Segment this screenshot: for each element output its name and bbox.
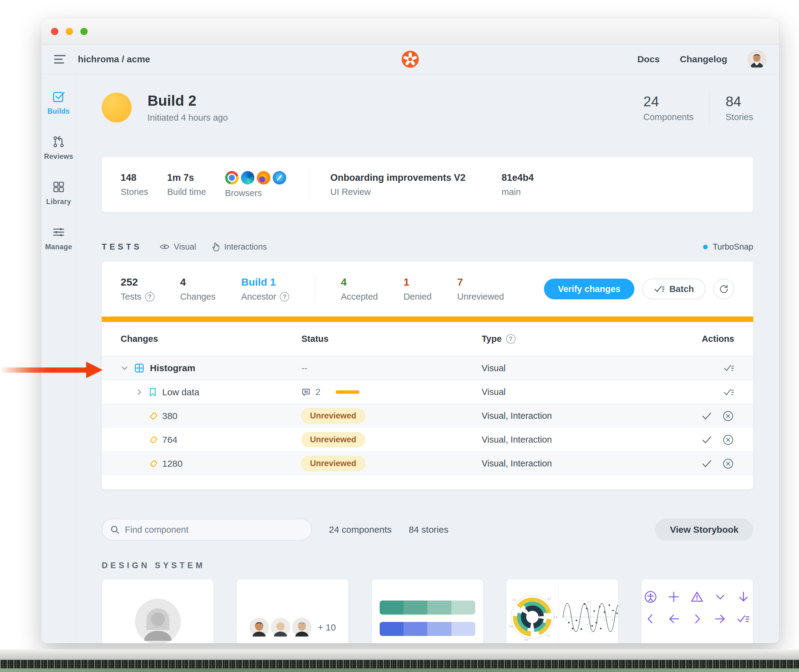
accessibility-icon [644, 590, 657, 603]
changelog-link[interactable]: Changelog [680, 54, 727, 64]
turbosnap-indicator[interactable]: TurboSnap [703, 242, 753, 252]
avatar [249, 618, 269, 637]
breadcrumb[interactable]: hichroma / acme [78, 54, 150, 64]
builds-icon [52, 90, 66, 103]
accept-icon[interactable] [702, 436, 712, 444]
tests-count-stat: 252 Tests? [121, 276, 155, 302]
component-thumbnail-avatar-list[interactable]: + 10 [237, 579, 348, 643]
help-icon[interactable]: ? [145, 292, 155, 301]
status-badge: Unreviewed [302, 408, 365, 423]
table-row-viewport[interactable]: 1280 Unreviewed Visual, Interaction [102, 451, 753, 475]
edge-browser-icon[interactable] [241, 171, 254, 184]
checklist-icon [737, 612, 750, 626]
component-thumbnail-charts[interactable]: 1.02.0 4.05.0 6.07.0 105-5 [506, 579, 618, 643]
component-search[interactable] [102, 518, 312, 541]
commit-link[interactable]: 81e4b4 [502, 172, 534, 183]
app-window: hichroma / acme Docs Changelog [41, 18, 779, 643]
accept-icon[interactable] [702, 460, 712, 468]
verify-changes-button[interactable]: Verify changes [544, 278, 635, 299]
status-badge: Unreviewed [302, 456, 365, 471]
page-title: Build 2 [147, 92, 228, 109]
radial-chart: 1.02.0 4.05.0 6.07.0 [507, 579, 558, 643]
sidebar-item-reviews[interactable]: Reviews [44, 135, 73, 161]
search-input[interactable] [125, 525, 303, 535]
filter-interactions[interactable]: Interactions [211, 242, 267, 252]
swatch-row-teal [380, 600, 475, 614]
branch-link[interactable]: Onboarding improvements V2 [331, 172, 466, 183]
summary-browsers: Browsers [225, 171, 286, 198]
deny-x-circle-icon[interactable] [722, 434, 734, 446]
component-thumbnail-icons[interactable] [641, 579, 753, 643]
menu-icon[interactable] [54, 55, 66, 64]
design-system-heading: DESIGN SYSTEM [102, 561, 753, 570]
summary-branch: Onboarding improvements V2 UI Review [331, 172, 466, 197]
help-icon[interactable]: ? [506, 334, 516, 344]
arrow-left-icon [667, 612, 681, 626]
components-count: 24 components [329, 525, 392, 535]
accept-all-icon[interactable] [723, 388, 734, 397]
svg-text:5: 5 [588, 608, 590, 611]
sidebar-item-manage[interactable]: Manage [45, 226, 72, 251]
chrome-browser-icon[interactable] [225, 171, 238, 184]
table-row-component[interactable]: Histogram -- Visual [102, 356, 753, 380]
chevron-right-icon[interactable] [135, 388, 143, 396]
deny-x-circle-icon[interactable] [722, 410, 734, 422]
svg-text:6.0: 6.0 [525, 638, 528, 641]
batch-button[interactable]: Batch [642, 278, 706, 299]
build-subtitle: Initiated 4 hours ago [147, 113, 228, 123]
svg-text:4.0: 4.0 [512, 598, 516, 602]
portrait-image [135, 599, 181, 643]
desk-edge-bottom [0, 668, 799, 672]
chevron-down-icon[interactable] [121, 364, 129, 372]
divider [308, 167, 308, 202]
firefox-browser-icon[interactable] [257, 171, 270, 184]
warning-icon [690, 590, 704, 603]
deny-x-circle-icon[interactable] [722, 458, 734, 470]
sidebar-item-library[interactable]: Library [46, 180, 71, 206]
arrow-right-icon [713, 612, 727, 626]
summary-build-time: 1m 7s Build time [167, 172, 206, 197]
table-row-viewport[interactable]: 764 Unreviewed Visual, Interaction [102, 428, 753, 451]
help-icon[interactable]: ? [280, 292, 289, 301]
minimize-window-button[interactable] [66, 28, 73, 35]
safari-browser-icon[interactable] [273, 171, 286, 184]
sliders-icon [52, 226, 66, 239]
stories-stat: 84 Stories [726, 93, 753, 122]
ancestor-build-link[interactable]: Build 1 [241, 276, 289, 288]
diamond-icon [150, 435, 158, 443]
svg-text:6: 6 [604, 619, 606, 621]
unreviewed-stat: 7 Unreviewed [457, 276, 504, 302]
close-window-button[interactable] [51, 28, 58, 35]
svg-text:10: 10 [618, 619, 618, 621]
build-summary-card: 148 Stories 1m 7s Build time Browsers [102, 157, 753, 212]
search-icon [110, 525, 120, 534]
sidebar: Builds Reviews Library [41, 74, 76, 643]
library-grid-icon [52, 180, 66, 194]
table-row-story[interactable]: Low data 2 Visual [102, 380, 753, 404]
filter-visual[interactable]: Visual [160, 242, 196, 252]
capture-progress-bar [336, 390, 360, 394]
app-header: hichroma / acme Docs Changelog [41, 45, 779, 74]
components-stat: 24 Components [643, 93, 694, 122]
comment-icon[interactable] [302, 388, 311, 397]
table-row-viewport[interactable]: 380 Unreviewed Visual, Interaction [102, 404, 753, 428]
component-grid-icon [134, 363, 144, 373]
svg-text:10: 10 [587, 601, 590, 603]
sidebar-item-builds[interactable]: Builds [47, 90, 70, 115]
avatar [271, 618, 290, 637]
swatch-row-blue [380, 622, 475, 636]
refresh-button[interactable] [713, 278, 734, 299]
docs-link[interactable]: Docs [638, 54, 660, 64]
icon-set [641, 579, 753, 626]
component-thumbnail-swatches[interactable] [371, 579, 484, 643]
component-thumbnail-avatar[interactable] [102, 579, 214, 643]
chromatic-logo-icon[interactable] [402, 51, 419, 68]
desk-surface [0, 650, 799, 660]
accept-all-icon[interactable] [723, 363, 734, 373]
user-avatar[interactable] [747, 50, 766, 69]
zoom-window-button[interactable] [80, 28, 88, 35]
ancestor-stat: Build 1 Ancestor? [241, 276, 289, 302]
accept-icon[interactable] [702, 412, 712, 420]
view-storybook-button[interactable]: View Storybook [655, 518, 753, 541]
desk-edge-texture [0, 660, 799, 668]
